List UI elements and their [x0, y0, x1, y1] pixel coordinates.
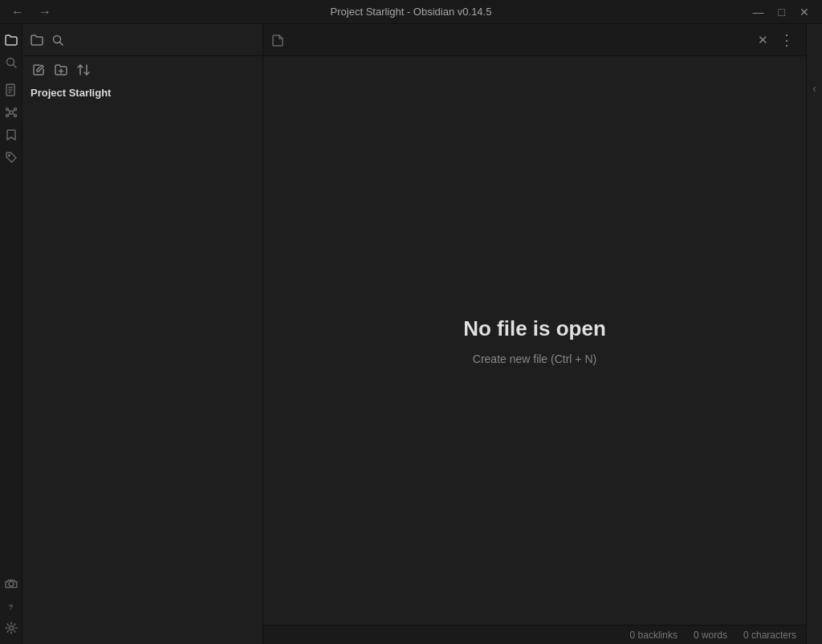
sidebar-search-icon[interactable] [51, 34, 64, 47]
status-bar: 0 backlinks 0 words 0 characters [263, 625, 806, 644]
svg-point-16 [9, 581, 14, 586]
close-tab-button[interactable]: ✕ [755, 31, 771, 49]
right-panel-toggle-button[interactable]: ‹ [811, 80, 818, 96]
svg-point-17 [9, 626, 13, 630]
sidebar-folder-icon[interactable] [31, 34, 43, 47]
activity-bar-settings[interactable] [2, 618, 21, 638]
nav-controls: ← → [8, 4, 55, 20]
nav-back-button[interactable]: ← [8, 4, 27, 20]
activity-bar-bookmarks[interactable] [2, 125, 21, 145]
nav-forward-button[interactable]: → [35, 4, 55, 20]
svg-point-15 [8, 155, 10, 157]
window-title: Project Starlight - Obsidian v0.14.5 [331, 6, 492, 18]
editor-header-left [271, 34, 284, 47]
char-count: 0 characters [743, 630, 796, 641]
svg-line-12 [13, 110, 14, 112]
word-count: 0 words [694, 630, 727, 641]
activity-bar-explorer[interactable] [2, 31, 21, 50]
activity-bar-tags[interactable] [2, 148, 21, 167]
minimize-button[interactable]: — [748, 5, 769, 19]
vault-title: Project Starlight [22, 84, 262, 105]
new-note-button[interactable] [31, 62, 47, 78]
svg-line-1 [13, 65, 16, 68]
sidebar-toolbar [22, 56, 262, 84]
activity-bar-publish[interactable] [2, 573, 21, 593]
new-folder-button[interactable] [53, 62, 69, 78]
title-bar: ← → Project Starlight - Obsidian v0.14.5… [0, 0, 822, 24]
svg-line-14 [13, 113, 14, 115]
svg-line-19 [60, 42, 63, 45]
backlinks-count: 0 backlinks [630, 630, 678, 641]
more-options-button[interactable]: ⋮ [776, 30, 798, 51]
close-button[interactable]: ✕ [795, 5, 814, 19]
activity-bar-help[interactable]: ? [2, 596, 21, 615]
svg-line-13 [8, 113, 10, 115]
file-explorer-sidebar: Project Starlight [22, 24, 263, 644]
editor-header: ✕ ⋮ [263, 24, 806, 56]
activity-bar-graph[interactable] [2, 103, 21, 122]
activity-bar-search[interactable] [2, 53, 21, 72]
sort-button[interactable] [75, 62, 92, 78]
sidebar-header [22, 24, 262, 56]
app-layout: ? [0, 24, 822, 644]
editor-content: No file is open Create new file (Ctrl + … [263, 56, 806, 625]
window-controls: — □ ✕ [748, 5, 814, 19]
right-panel-toggle: ‹ [806, 24, 822, 644]
editor-area: ✕ ⋮ No file is open Create new file (Ctr… [263, 24, 806, 644]
no-file-subtitle: Create new file (Ctrl + N) [473, 353, 596, 365]
activity-bar: ? [0, 24, 22, 644]
svg-line-11 [8, 110, 10, 112]
no-file-title: No file is open [463, 316, 606, 341]
editor-header-right: ✕ ⋮ [755, 30, 798, 51]
activity-bar-notes[interactable] [2, 80, 21, 100]
maximize-button[interactable]: □ [774, 5, 790, 19]
